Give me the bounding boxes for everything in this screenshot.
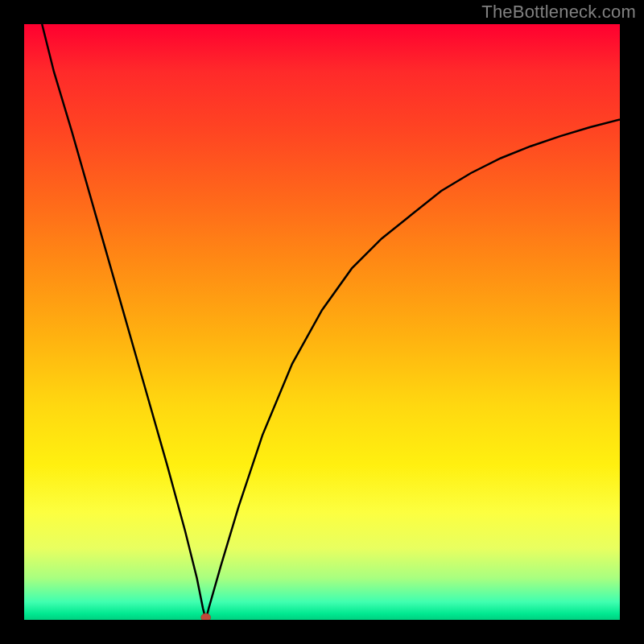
curve-svg (24, 24, 620, 620)
chart-container: TheBottleneck.com (0, 0, 644, 644)
minimum-marker (201, 613, 211, 620)
watermark-text: TheBottleneck.com (481, 2, 636, 23)
plot-area (24, 24, 620, 620)
bottleneck-curve (42, 24, 620, 620)
